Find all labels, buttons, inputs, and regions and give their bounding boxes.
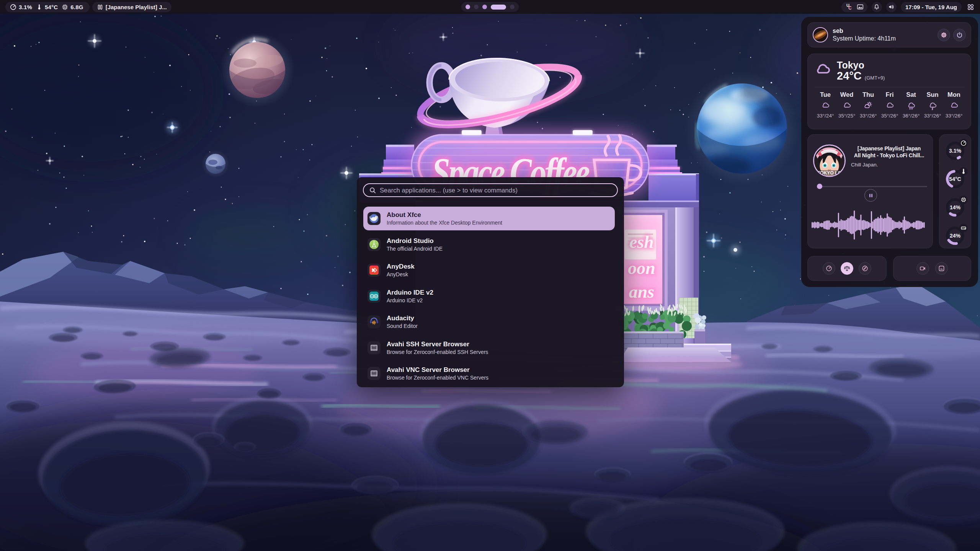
svg-text:C: C: [848, 5, 852, 11]
svg-text:14%: 14%: [950, 204, 961, 210]
svg-text:ans: ans: [629, 282, 654, 302]
svg-text:oon: oon: [628, 258, 655, 278]
svg-text:24%: 24%: [950, 233, 961, 239]
svg-text:esh: esh: [629, 232, 654, 252]
svg-text:3.1%: 3.1%: [949, 148, 961, 154]
svg-text:54°C: 54°C: [949, 176, 961, 182]
svg-text:TOKYO LO: TOKYO LO: [817, 170, 841, 176]
